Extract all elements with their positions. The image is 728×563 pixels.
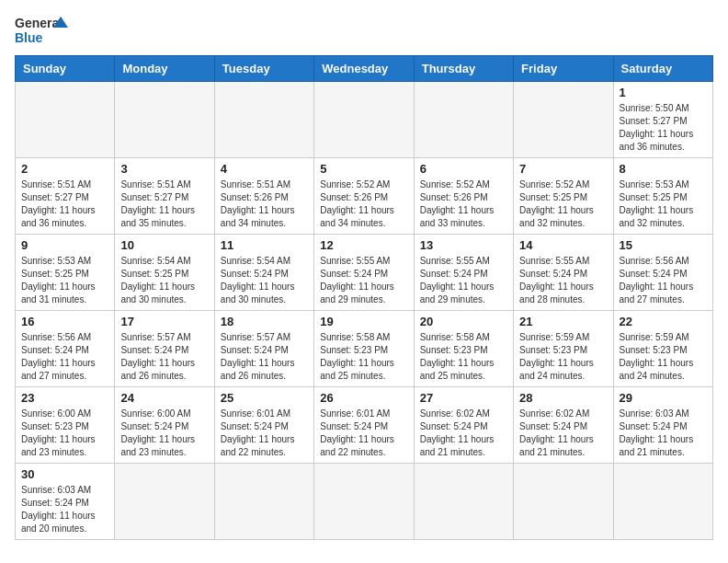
day-number: 19 (320, 315, 407, 328)
weekday-header-cell: Friday (514, 56, 613, 82)
day-number: 23 (21, 391, 108, 405)
day-number: 5 (320, 162, 407, 176)
day-info: Sunrise: 5:57 AM Sunset: 5:24 PM Dayligh… (120, 331, 208, 383)
day-info: Sunrise: 5:51 AM Sunset: 5:27 PM Dayligh… (120, 178, 208, 230)
calendar-day-cell (514, 82, 613, 158)
calendar-day-cell: 28Sunrise: 6:02 AM Sunset: 5:24 PM Dayli… (514, 387, 613, 464)
calendar-week-row: 30Sunrise: 6:03 AM Sunset: 5:24 PM Dayli… (16, 464, 713, 540)
day-number: 22 (620, 315, 707, 328)
day-info: Sunrise: 5:56 AM Sunset: 5:24 PM Dayligh… (21, 331, 108, 383)
calendar-day-cell (314, 82, 414, 158)
generalblue-logo-icon: GeneralBlue (15, 15, 70, 48)
weekday-header-row: SundayMondayTuesdayWednesdayThursdayFrid… (16, 56, 713, 82)
page-header: GeneralBlue (15, 15, 713, 48)
day-number: 15 (620, 238, 707, 252)
calendar-day-cell: 15Sunrise: 5:56 AM Sunset: 5:24 PM Dayli… (613, 235, 712, 311)
calendar-day-cell: 22Sunrise: 5:59 AM Sunset: 5:23 PM Dayli… (613, 311, 712, 387)
day-info: Sunrise: 5:55 AM Sunset: 5:24 PM Dayligh… (519, 255, 607, 306)
day-number: 2 (21, 162, 108, 176)
day-info: Sunrise: 6:01 AM Sunset: 5:24 PM Dayligh… (320, 408, 407, 459)
calendar-day-cell (414, 464, 513, 540)
day-info: Sunrise: 6:03 AM Sunset: 5:24 PM Dayligh… (620, 408, 707, 459)
day-number: 17 (120, 315, 208, 328)
day-number: 9 (21, 238, 108, 252)
day-info: Sunrise: 5:56 AM Sunset: 5:24 PM Dayligh… (620, 255, 707, 306)
calendar-day-cell: 5Sunrise: 5:52 AM Sunset: 5:26 PM Daylig… (314, 158, 414, 235)
day-info: Sunrise: 5:51 AM Sunset: 5:27 PM Dayligh… (21, 178, 108, 230)
day-number: 24 (120, 391, 208, 405)
day-info: Sunrise: 6:02 AM Sunset: 5:24 PM Dayligh… (420, 408, 507, 459)
day-info: Sunrise: 6:00 AM Sunset: 5:24 PM Dayligh… (120, 408, 208, 459)
day-number: 10 (120, 238, 208, 252)
weekday-header-cell: Thursday (414, 56, 513, 82)
day-info: Sunrise: 5:53 AM Sunset: 5:25 PM Dayligh… (620, 178, 707, 230)
calendar-day-cell: 27Sunrise: 6:02 AM Sunset: 5:24 PM Dayli… (414, 387, 513, 464)
weekday-header-cell: Saturday (613, 56, 712, 82)
calendar-day-cell (414, 82, 513, 158)
calendar-day-cell (214, 82, 313, 158)
calendar-day-cell: 1Sunrise: 5:50 AM Sunset: 5:27 PM Daylig… (613, 82, 712, 158)
calendar-day-cell: 14Sunrise: 5:55 AM Sunset: 5:24 PM Dayli… (514, 235, 613, 311)
day-number: 29 (620, 391, 707, 405)
day-info: Sunrise: 5:58 AM Sunset: 5:23 PM Dayligh… (420, 331, 507, 383)
calendar-day-cell: 25Sunrise: 6:01 AM Sunset: 5:24 PM Dayli… (214, 387, 313, 464)
day-number: 14 (519, 238, 607, 252)
day-info: Sunrise: 5:52 AM Sunset: 5:26 PM Dayligh… (320, 178, 407, 230)
day-number: 3 (120, 162, 208, 176)
calendar-day-cell (16, 82, 115, 158)
calendar-day-cell: 24Sunrise: 6:00 AM Sunset: 5:24 PM Dayli… (115, 387, 214, 464)
calendar-table: SundayMondayTuesdayWednesdayThursdayFrid… (15, 55, 713, 540)
day-info: Sunrise: 6:00 AM Sunset: 5:23 PM Dayligh… (21, 408, 108, 459)
day-number: 16 (21, 315, 108, 328)
day-number: 12 (320, 238, 407, 252)
day-number: 20 (420, 315, 507, 328)
day-info: Sunrise: 6:03 AM Sunset: 5:24 PM Dayligh… (21, 484, 108, 535)
calendar-day-cell: 8Sunrise: 5:53 AM Sunset: 5:25 PM Daylig… (613, 158, 712, 235)
day-number: 21 (519, 315, 607, 328)
day-number: 30 (21, 467, 108, 481)
day-info: Sunrise: 5:54 AM Sunset: 5:24 PM Dayligh… (221, 255, 308, 306)
calendar-day-cell: 12Sunrise: 5:55 AM Sunset: 5:24 PM Dayli… (314, 235, 414, 311)
calendar-day-cell (214, 464, 313, 540)
calendar-day-cell: 21Sunrise: 5:59 AM Sunset: 5:23 PM Dayli… (514, 311, 613, 387)
calendar-week-row: 23Sunrise: 6:00 AM Sunset: 5:23 PM Dayli… (16, 387, 713, 464)
day-number: 28 (519, 391, 607, 405)
day-info: Sunrise: 5:59 AM Sunset: 5:23 PM Dayligh… (620, 331, 707, 383)
day-number: 18 (221, 315, 308, 328)
calendar-day-cell: 13Sunrise: 5:55 AM Sunset: 5:24 PM Dayli… (414, 235, 513, 311)
svg-text:Blue: Blue (15, 30, 43, 45)
day-info: Sunrise: 6:01 AM Sunset: 5:24 PM Dayligh… (221, 408, 308, 459)
day-info: Sunrise: 5:57 AM Sunset: 5:24 PM Dayligh… (221, 331, 308, 383)
calendar-week-row: 1Sunrise: 5:50 AM Sunset: 5:27 PM Daylig… (16, 82, 713, 158)
calendar-day-cell: 6Sunrise: 5:52 AM Sunset: 5:26 PM Daylig… (414, 158, 513, 235)
day-info: Sunrise: 5:59 AM Sunset: 5:23 PM Dayligh… (519, 331, 607, 383)
day-info: Sunrise: 6:02 AM Sunset: 5:24 PM Dayligh… (519, 408, 607, 459)
day-info: Sunrise: 5:52 AM Sunset: 5:26 PM Dayligh… (420, 178, 507, 230)
calendar-day-cell: 2Sunrise: 5:51 AM Sunset: 5:27 PM Daylig… (16, 158, 115, 235)
day-number: 11 (221, 238, 308, 252)
day-info: Sunrise: 5:55 AM Sunset: 5:24 PM Dayligh… (420, 255, 507, 306)
calendar-day-cell: 29Sunrise: 6:03 AM Sunset: 5:24 PM Dayli… (613, 387, 712, 464)
svg-text:General: General (15, 16, 63, 30)
calendar-day-cell: 23Sunrise: 6:00 AM Sunset: 5:23 PM Dayli… (16, 387, 115, 464)
calendar-day-cell: 16Sunrise: 5:56 AM Sunset: 5:24 PM Dayli… (16, 311, 115, 387)
calendar-week-row: 16Sunrise: 5:56 AM Sunset: 5:24 PM Dayli… (16, 311, 713, 387)
calendar-day-cell: 17Sunrise: 5:57 AM Sunset: 5:24 PM Dayli… (115, 311, 214, 387)
calendar-day-cell: 26Sunrise: 6:01 AM Sunset: 5:24 PM Dayli… (314, 387, 414, 464)
day-info: Sunrise: 5:54 AM Sunset: 5:25 PM Dayligh… (120, 255, 208, 306)
day-number: 26 (320, 391, 407, 405)
calendar-day-cell (314, 464, 414, 540)
day-number: 25 (221, 391, 308, 405)
calendar-day-cell: 30Sunrise: 6:03 AM Sunset: 5:24 PM Dayli… (16, 464, 115, 540)
calendar-day-cell: 9Sunrise: 5:53 AM Sunset: 5:25 PM Daylig… (16, 235, 115, 311)
calendar-day-cell (514, 464, 613, 540)
weekday-header-cell: Wednesday (314, 56, 414, 82)
day-number: 13 (420, 238, 507, 252)
day-info: Sunrise: 5:53 AM Sunset: 5:25 PM Dayligh… (21, 255, 108, 306)
day-number: 27 (420, 391, 507, 405)
weekday-header-cell: Tuesday (214, 56, 313, 82)
day-info: Sunrise: 5:52 AM Sunset: 5:25 PM Dayligh… (519, 178, 607, 230)
day-info: Sunrise: 5:55 AM Sunset: 5:24 PM Dayligh… (320, 255, 407, 306)
calendar-day-cell: 20Sunrise: 5:58 AM Sunset: 5:23 PM Dayli… (414, 311, 513, 387)
calendar-day-cell: 7Sunrise: 5:52 AM Sunset: 5:25 PM Daylig… (514, 158, 613, 235)
